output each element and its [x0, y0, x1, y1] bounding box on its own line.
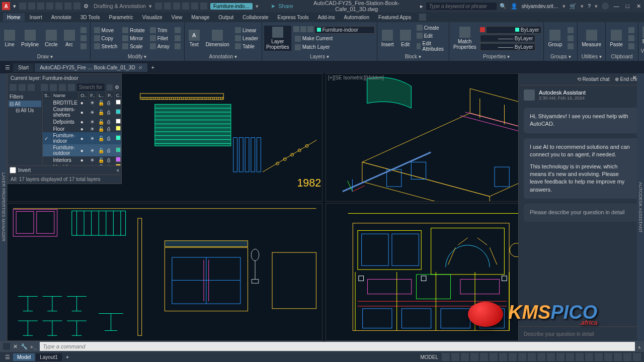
trim-button[interactable]: Trim	[148, 27, 171, 34]
tab-manage[interactable]: Manage	[187, 13, 213, 22]
cmdline-close-icon[interactable]	[3, 343, 10, 350]
sb-cleanscreen-icon[interactable]	[623, 353, 631, 361]
qat-icon-8[interactable]	[155, 3, 162, 10]
help-search-input[interactable]	[426, 3, 497, 10]
qat-save-icon[interactable]	[37, 3, 44, 10]
circle-button[interactable]: Circle	[43, 29, 60, 48]
panel-utilities-title[interactable]: Utilities ▾	[580, 53, 603, 60]
sb-isolate-icon[interactable]	[604, 353, 612, 361]
command-input[interactable]	[40, 342, 635, 351]
add-layout-button[interactable]: +	[63, 353, 72, 361]
qat-open-icon[interactable]	[28, 3, 35, 10]
tab-automation[interactable]: Automation	[340, 13, 374, 22]
minimize-button[interactable]: —	[613, 3, 620, 10]
cmdline-wrench-icon[interactable]: 🔧	[21, 343, 28, 350]
qat-redo-icon[interactable]	[73, 3, 80, 10]
doc-tab-close-icon[interactable]: ✕	[138, 65, 142, 70]
polyline-button[interactable]: Polyline	[19, 29, 41, 48]
arc-button[interactable]: Arc	[62, 29, 77, 48]
leader-button[interactable]: Leader	[233, 35, 260, 42]
sb-lwt-icon[interactable]	[499, 353, 507, 361]
layer-row[interactable]: BRDTITLE●☀🔓⎙	[43, 99, 121, 106]
doc-tabs-menu-icon[interactable]: ☰	[3, 63, 12, 72]
sb-ws-icon[interactable]	[556, 353, 565, 361]
tab-annotate[interactable]: Annotate	[47, 13, 75, 22]
panel-draw-title[interactable]: Draw ▾	[2, 53, 88, 60]
copy-button[interactable]: Copy	[93, 35, 119, 42]
assistant-strip[interactable]: AUTODESK ASSISTANT	[637, 73, 644, 341]
sb-otrack-icon[interactable]	[490, 353, 498, 361]
sb-transparency-icon[interactable]	[509, 353, 517, 361]
qat-icon-13[interactable]	[200, 3, 207, 10]
app-menu-arrow[interactable]: ▾	[13, 3, 16, 10]
col-on[interactable]: O..	[79, 92, 89, 99]
workspace-gear-icon[interactable]: ⚙	[84, 3, 89, 10]
close-button[interactable]: ✕	[635, 3, 642, 10]
layout1-tab[interactable]: Layout1	[36, 353, 62, 361]
panel-block-title[interactable]: Block ▾	[379, 53, 447, 60]
panel-clipboard-title[interactable]: Clipboard	[608, 53, 636, 60]
linetype-combo[interactable]: ——— ByLayer	[480, 35, 535, 42]
move-button[interactable]: Move	[93, 27, 119, 34]
col-color[interactable]: C..	[114, 92, 121, 99]
sb-cycling-icon[interactable]	[518, 353, 526, 361]
group-extra-3[interactable]	[566, 43, 575, 50]
dimension-button[interactable]: Dimension	[204, 29, 231, 48]
panel-view-title[interactable]: View ▾ ▾	[640, 48, 644, 60]
share-button[interactable]: Share	[278, 3, 293, 9]
tab-output[interactable]: Output	[214, 13, 237, 22]
match-layer-button[interactable]: Match Layer	[293, 44, 375, 51]
col-plot[interactable]: P..	[106, 92, 114, 99]
fillet-button[interactable]: Fillet	[148, 35, 171, 42]
tab-parametric[interactable]: Parametric	[105, 13, 137, 22]
draw-extra-2[interactable]	[79, 35, 88, 42]
tab-expresstools[interactable]: Express Tools	[274, 13, 313, 22]
layer-search-input[interactable]	[77, 83, 105, 91]
tab-extra-icon[interactable]	[419, 14, 426, 21]
edit-attributes-button[interactable]: Edit Attributes	[415, 40, 447, 52]
collapse-icon[interactable]: «	[116, 167, 119, 173]
layer-row[interactable]: Interiors●☀🔓⎙	[43, 156, 121, 163]
app-logo[interactable]: A	[2, 2, 10, 10]
layer-new-icon[interactable]	[10, 84, 17, 91]
assistant-close-icon[interactable]: ✕	[632, 74, 637, 81]
linear-button[interactable]: Linear	[233, 27, 260, 34]
layer-delete-icon[interactable]	[28, 84, 35, 91]
help-icon[interactable]: ?	[588, 3, 591, 9]
insert-block-button[interactable]: Insert	[379, 29, 396, 48]
group-button[interactable]: Group	[546, 29, 564, 48]
group-extra-2[interactable]	[566, 35, 575, 42]
user-icon[interactable]: 👤	[511, 3, 518, 10]
layer-state-3-icon[interactable]	[59, 84, 66, 91]
modify-extra-1[interactable]	[173, 27, 182, 34]
scale-button[interactable]: Scale	[121, 43, 146, 50]
layer-combo[interactable]: Furniture-indoor	[314, 26, 375, 34]
modify-extra-2[interactable]	[173, 35, 182, 42]
layer-state-2-icon[interactable]	[50, 84, 57, 91]
col-name[interactable]: Name	[52, 92, 79, 99]
layer-row[interactable]: Counters-shelves●☀🔓⎙	[43, 106, 121, 118]
layer-tool-3-icon[interactable]	[307, 26, 313, 32]
panel-groups-title[interactable]: Groups ▾	[546, 53, 575, 60]
tab-featuredapps[interactable]: Featured Apps	[374, 13, 415, 22]
create-block-button[interactable]: Create	[415, 24, 447, 31]
col-lock[interactable]: L..	[97, 92, 106, 99]
cmdline-x-icon[interactable]: ✕	[13, 343, 18, 350]
tab-visualize[interactable]: Visualize	[138, 13, 167, 22]
user-label[interactable]: shiyamdev.srit…	[522, 4, 558, 9]
col-freeze[interactable]: F..	[89, 92, 97, 99]
qat-saveas-icon[interactable]	[46, 3, 53, 10]
layer-tool-1-icon[interactable]	[293, 26, 299, 32]
doc-tab-add-button[interactable]: +	[148, 63, 157, 72]
panel-annotation-title[interactable]: Annotation ▾	[187, 53, 260, 60]
panel-modify-title[interactable]: Modify ▾	[93, 53, 182, 60]
layer-row[interactable]: Furniture-outdoor●☀🔓⎙	[43, 144, 121, 156]
base-button[interactable]: Base	[640, 26, 644, 45]
qat-icon-10[interactable]	[173, 3, 180, 10]
sb-hwacc-icon[interactable]	[614, 353, 622, 361]
measure-button[interactable]: Measure	[580, 29, 603, 48]
sb-annomonitor-icon[interactable]	[566, 353, 574, 361]
tab-addins[interactable]: Add-ins	[314, 13, 339, 22]
sb-snap-icon[interactable]	[451, 353, 459, 361]
panel-properties-title[interactable]: Properties ▾	[451, 53, 542, 60]
